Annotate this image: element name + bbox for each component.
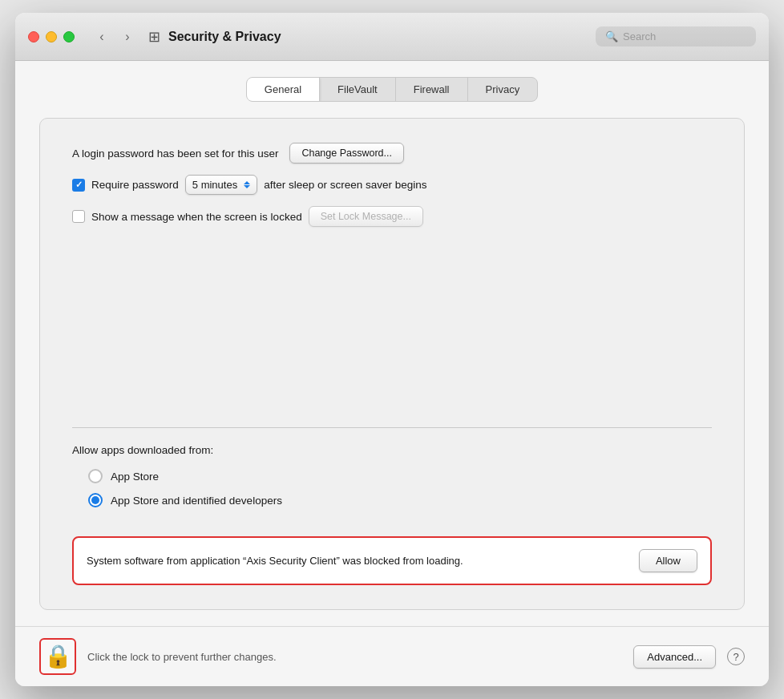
radio-app-store-button[interactable] (88, 469, 103, 483)
set-lock-message-button[interactable]: Set Lock Message... (309, 206, 423, 227)
content-area: General FileVault Firewall Privacy A log… (15, 61, 769, 626)
bottom-bar: 🔒 Click the lock to prevent further chan… (15, 626, 769, 686)
require-password-label: Require password (91, 179, 179, 191)
help-button[interactable]: ? (727, 648, 745, 665)
forward-button[interactable]: › (116, 26, 139, 48)
radio-group: App Store App Store and identified devel… (88, 469, 712, 507)
password-set-label: A login password has been set for this u… (72, 147, 278, 160)
radio-identified-button[interactable] (88, 493, 103, 507)
traffic-lights (28, 31, 75, 42)
tab-firewall[interactable]: Firewall (396, 78, 468, 101)
allow-apps-label: Allow apps downloaded from: (72, 444, 712, 456)
tab-filevault[interactable]: FileVault (320, 78, 396, 101)
lock-message-checkbox[interactable] (72, 210, 85, 223)
close-button[interactable] (28, 31, 39, 42)
radio-app-store-label: App Store (111, 471, 159, 483)
advanced-button[interactable]: Advanced... (633, 645, 716, 669)
grid-icon[interactable]: ⊞ (148, 28, 160, 46)
maximize-button[interactable] (63, 31, 75, 42)
allow-button[interactable]: Allow (639, 549, 697, 572)
titlebar: ‹ › ⊞ Security & Privacy 🔍 (15, 13, 769, 61)
back-button[interactable]: ‹ (91, 26, 113, 48)
blocked-software-box: System software from application “Axis S… (72, 536, 712, 585)
download-section: Allow apps downloaded from: App Store Ap… (72, 444, 712, 585)
minimize-button[interactable] (46, 31, 57, 42)
after-sleep-label: after sleep or screen saver begins (264, 179, 426, 191)
lock-message-row: Show a message when the screen is locked… (72, 206, 712, 227)
password-section: A login password has been set for this u… (72, 143, 712, 251)
password-set-row: A login password has been set for this u… (72, 143, 712, 164)
radio-app-store-identified[interactable]: App Store and identified developers (88, 493, 712, 507)
radio-app-store[interactable]: App Store (88, 469, 712, 483)
dropdown-arrows-icon (244, 181, 250, 188)
tab-group: General FileVault Firewall Privacy (246, 77, 538, 102)
settings-panel: A login password has been set for this u… (39, 118, 745, 610)
require-password-checkbox[interactable]: ✓ (72, 179, 85, 192)
lock-icon: 🔒 (44, 645, 72, 668)
lock-icon-button[interactable]: 🔒 (39, 638, 76, 675)
window-title: Security & Privacy (168, 30, 596, 44)
search-box[interactable]: 🔍 (596, 26, 756, 46)
search-icon: 🔍 (605, 30, 618, 42)
lock-message-label: Show a message when the screen is locked (91, 211, 302, 223)
tab-privacy[interactable]: Privacy (468, 78, 538, 101)
password-time-dropdown[interactable]: 5 minutes (185, 175, 257, 195)
radio-identified-label: App Store and identified developers (111, 495, 282, 507)
system-preferences-window: ‹ › ⊞ Security & Privacy 🔍 General FileV… (15, 13, 769, 686)
password-time-value: 5 minutes (192, 179, 237, 191)
nav-buttons: ‹ › (91, 26, 139, 48)
require-password-row: ✓ Require password 5 minutes after sleep… (72, 175, 712, 195)
lock-status-text: Click the lock to prevent further change… (87, 651, 350, 663)
tabs-container: General FileVault Firewall Privacy (39, 77, 745, 102)
radio-selected-dot (91, 496, 99, 504)
search-input[interactable] (623, 30, 746, 42)
section-divider (72, 427, 712, 428)
checkmark-icon: ✓ (75, 180, 83, 190)
change-password-button[interactable]: Change Password... (289, 143, 404, 164)
blocked-message-text: System software from application “Axis S… (87, 553, 463, 569)
tab-general[interactable]: General (247, 78, 320, 101)
